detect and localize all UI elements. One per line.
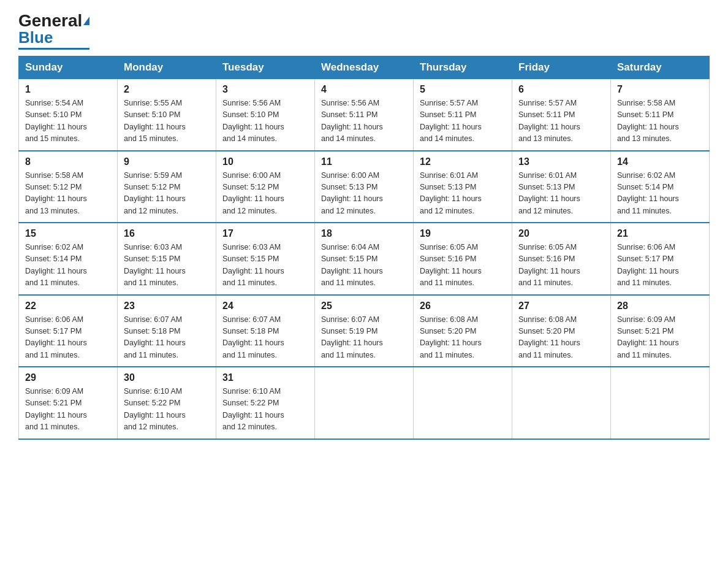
calendar-cell: 16Sunrise: 6:03 AMSunset: 5:15 PMDayligh… [118, 223, 216, 295]
calendar-week-row: 29Sunrise: 6:09 AMSunset: 5:21 PMDayligh… [19, 367, 710, 439]
day-info: Sunrise: 5:56 AMSunset: 5:10 PMDaylight:… [222, 98, 308, 145]
calendar-body: 1Sunrise: 5:54 AMSunset: 5:10 PMDaylight… [19, 79, 710, 439]
day-number: 14 [617, 156, 703, 167]
day-info: Sunrise: 5:55 AMSunset: 5:10 PMDaylight:… [124, 98, 210, 145]
day-number: 17 [222, 228, 308, 239]
day-number: 28 [617, 301, 703, 312]
day-number: 15 [25, 228, 111, 239]
calendar-header-wednesday: Wednesday [315, 56, 414, 79]
calendar-week-row: 22Sunrise: 6:06 AMSunset: 5:17 PMDayligh… [19, 295, 710, 367]
calendar-cell: 29Sunrise: 6:09 AMSunset: 5:21 PMDayligh… [19, 367, 118, 439]
calendar-cell: 9Sunrise: 5:59 AMSunset: 5:12 PMDaylight… [118, 151, 216, 223]
day-number: 30 [124, 372, 210, 383]
day-info: Sunrise: 6:07 AMSunset: 5:19 PMDaylight:… [321, 314, 407, 362]
day-number: 21 [617, 228, 703, 239]
calendar-cell: 3Sunrise: 5:56 AMSunset: 5:10 PMDaylight… [216, 79, 315, 151]
calendar-cell: 7Sunrise: 5:58 AMSunset: 5:11 PMDaylight… [611, 79, 710, 151]
day-number: 13 [518, 156, 604, 167]
calendar-cell: 27Sunrise: 6:08 AMSunset: 5:20 PMDayligh… [512, 295, 611, 367]
day-number: 12 [420, 156, 506, 167]
day-info: Sunrise: 6:01 AMSunset: 5:13 PMDaylight:… [518, 170, 604, 218]
calendar-cell: 11Sunrise: 6:00 AMSunset: 5:13 PMDayligh… [315, 151, 414, 223]
calendar-cell: 19Sunrise: 6:05 AMSunset: 5:16 PMDayligh… [414, 223, 512, 295]
calendar-cell: 18Sunrise: 6:04 AMSunset: 5:15 PMDayligh… [315, 223, 414, 295]
day-number: 19 [420, 228, 506, 239]
calendar-cell [611, 367, 710, 439]
calendar-cell: 24Sunrise: 6:07 AMSunset: 5:18 PMDayligh… [216, 295, 315, 367]
day-info: Sunrise: 5:58 AMSunset: 5:12 PMDaylight:… [25, 170, 111, 218]
calendar-cell [512, 367, 611, 439]
day-info: Sunrise: 6:05 AMSunset: 5:16 PMDaylight:… [420, 242, 506, 289]
day-info: Sunrise: 6:06 AMSunset: 5:17 PMDaylight:… [25, 314, 111, 362]
calendar-cell: 14Sunrise: 6:02 AMSunset: 5:14 PMDayligh… [611, 151, 710, 223]
calendar-cell: 22Sunrise: 6:06 AMSunset: 5:17 PMDayligh… [19, 295, 118, 367]
calendar-cell: 26Sunrise: 6:08 AMSunset: 5:20 PMDayligh… [414, 295, 512, 367]
page-header: General Blue [18, 12, 710, 50]
day-info: Sunrise: 6:02 AMSunset: 5:14 PMDaylight:… [25, 242, 111, 289]
calendar-cell: 5Sunrise: 5:57 AMSunset: 5:11 PMDaylight… [414, 79, 512, 151]
day-number: 3 [222, 84, 308, 95]
calendar-cell: 31Sunrise: 6:10 AMSunset: 5:22 PMDayligh… [216, 367, 315, 439]
calendar-header-thursday: Thursday [414, 56, 512, 79]
calendar-cell [315, 367, 414, 439]
calendar-week-row: 15Sunrise: 6:02 AMSunset: 5:14 PMDayligh… [19, 223, 710, 295]
day-info: Sunrise: 6:07 AMSunset: 5:18 PMDaylight:… [124, 314, 210, 362]
day-info: Sunrise: 6:08 AMSunset: 5:20 PMDaylight:… [420, 314, 506, 362]
day-info: Sunrise: 6:06 AMSunset: 5:17 PMDaylight:… [617, 242, 703, 289]
day-number: 20 [518, 228, 604, 239]
calendar-header-saturday: Saturday [611, 56, 710, 79]
day-number: 8 [25, 156, 111, 167]
day-info: Sunrise: 6:05 AMSunset: 5:16 PMDaylight:… [518, 242, 604, 289]
day-info: Sunrise: 6:09 AMSunset: 5:21 PMDaylight:… [617, 314, 703, 362]
day-info: Sunrise: 5:59 AMSunset: 5:12 PMDaylight:… [124, 170, 210, 218]
day-info: Sunrise: 6:04 AMSunset: 5:15 PMDaylight:… [321, 242, 407, 289]
calendar-cell: 20Sunrise: 6:05 AMSunset: 5:16 PMDayligh… [512, 223, 611, 295]
day-info: Sunrise: 6:01 AMSunset: 5:13 PMDaylight:… [420, 170, 506, 218]
calendar-cell: 10Sunrise: 6:00 AMSunset: 5:12 PMDayligh… [216, 151, 315, 223]
calendar-header-monday: Monday [118, 56, 216, 79]
day-number: 23 [124, 301, 210, 312]
logo-blue: Blue [18, 29, 53, 45]
day-number: 24 [222, 301, 308, 312]
day-number: 10 [222, 156, 308, 167]
calendar-cell: 15Sunrise: 6:02 AMSunset: 5:14 PMDayligh… [19, 223, 118, 295]
calendar-cell: 25Sunrise: 6:07 AMSunset: 5:19 PMDayligh… [315, 295, 414, 367]
day-number: 11 [321, 156, 407, 167]
day-number: 26 [420, 301, 506, 312]
day-number: 7 [617, 84, 703, 95]
calendar-table: SundayMondayTuesdayWednesdayThursdayFrid… [18, 56, 710, 440]
day-number: 6 [518, 84, 604, 95]
calendar-cell [414, 367, 512, 439]
day-info: Sunrise: 6:10 AMSunset: 5:22 PMDaylight:… [222, 386, 308, 434]
day-info: Sunrise: 6:00 AMSunset: 5:13 PMDaylight:… [321, 170, 407, 218]
day-number: 2 [124, 84, 210, 95]
day-info: Sunrise: 6:08 AMSunset: 5:20 PMDaylight:… [518, 314, 604, 362]
calendar-cell: 6Sunrise: 5:57 AMSunset: 5:11 PMDaylight… [512, 79, 611, 151]
day-number: 16 [124, 228, 210, 239]
day-info: Sunrise: 6:02 AMSunset: 5:14 PMDaylight:… [617, 170, 703, 218]
day-info: Sunrise: 6:07 AMSunset: 5:18 PMDaylight:… [222, 314, 308, 362]
logo-underline [18, 48, 89, 50]
day-info: Sunrise: 6:10 AMSunset: 5:22 PMDaylight:… [124, 386, 210, 434]
logo: General Blue [18, 12, 89, 50]
day-info: Sunrise: 6:09 AMSunset: 5:21 PMDaylight:… [25, 386, 111, 434]
calendar-week-row: 1Sunrise: 5:54 AMSunset: 5:10 PMDaylight… [19, 79, 710, 151]
day-number: 31 [222, 372, 308, 383]
day-info: Sunrise: 5:58 AMSunset: 5:11 PMDaylight:… [617, 98, 703, 145]
day-info: Sunrise: 5:54 AMSunset: 5:10 PMDaylight:… [25, 98, 111, 145]
calendar-cell: 2Sunrise: 5:55 AMSunset: 5:10 PMDaylight… [118, 79, 216, 151]
day-number: 5 [420, 84, 506, 95]
calendar-cell: 28Sunrise: 6:09 AMSunset: 5:21 PMDayligh… [611, 295, 710, 367]
day-number: 9 [124, 156, 210, 167]
day-number: 22 [25, 301, 111, 312]
calendar-header-friday: Friday [512, 56, 611, 79]
day-number: 4 [321, 84, 407, 95]
calendar-cell: 23Sunrise: 6:07 AMSunset: 5:18 PMDayligh… [118, 295, 216, 367]
day-info: Sunrise: 5:57 AMSunset: 5:11 PMDaylight:… [518, 98, 604, 145]
logo-triangle-icon [83, 17, 89, 25]
day-info: Sunrise: 6:03 AMSunset: 5:15 PMDaylight:… [222, 242, 308, 289]
calendar-header-sunday: Sunday [19, 56, 118, 79]
calendar-cell: 8Sunrise: 5:58 AMSunset: 5:12 PMDaylight… [19, 151, 118, 223]
logo-general: General [18, 12, 82, 29]
day-number: 18 [321, 228, 407, 239]
